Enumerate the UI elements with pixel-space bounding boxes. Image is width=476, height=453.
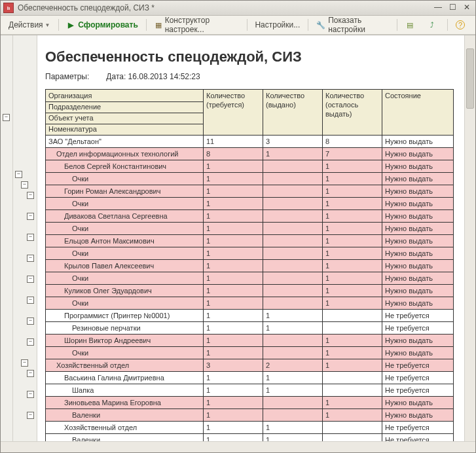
- row-name: Васькина Галина Дмитриевна: [46, 372, 204, 384]
- row-req: 1: [204, 322, 263, 335]
- row-req: 1: [204, 434, 263, 442]
- row-left: 1: [323, 223, 382, 235]
- minimize-button[interactable]: —: [432, 3, 444, 12]
- row-iss: [263, 210, 323, 223]
- row-left: [323, 372, 382, 384]
- collapse-toggle[interactable]: −: [27, 255, 34, 262]
- collapse-toggle[interactable]: −: [27, 317, 34, 325]
- row-left: 1: [323, 235, 382, 247]
- row-name: Дивакова Светлана Сергеевна: [46, 210, 204, 223]
- params-label: Параметры:: [45, 72, 104, 81]
- row-left: 1: [323, 198, 382, 210]
- layout-button[interactable]: ▤: [401, 18, 422, 31]
- collapse-toggle[interactable]: −: [3, 114, 10, 121]
- collapse-toggle[interactable]: −: [15, 171, 22, 178]
- collapse-toggle[interactable]: −: [27, 276, 34, 283]
- table-row: Хозяйственный отдел321Не требуется: [46, 359, 454, 372]
- settings-button[interactable]: Настройки...: [250, 18, 304, 31]
- vertical-scrollbar[interactable]: [464, 35, 475, 441]
- row-req: 1: [204, 223, 263, 235]
- row-req: 1: [204, 173, 263, 185]
- row-state: Не требуется: [382, 310, 454, 322]
- header-state: Состояние: [382, 90, 454, 136]
- row-req: 1: [204, 347, 263, 359]
- outline-gutter-2: − − − − − − − − − − − − − −: [13, 35, 37, 441]
- help-button[interactable]: ?: [451, 18, 472, 31]
- table-row: Хозяйственный отдел11Не требуется: [46, 422, 454, 434]
- collapse-toggle[interactable]: −: [27, 338, 34, 346]
- params-value: Дата: 16.08.2013 14:52:23: [106, 72, 200, 81]
- form-button[interactable]: ▶ Сформировать: [62, 18, 142, 31]
- row-state: Нужно выдать: [382, 136, 454, 148]
- toolbar-separator: [58, 19, 59, 31]
- collapse-toggle[interactable]: −: [27, 192, 34, 199]
- table-row: Программист (Принтер №0001)11Не требуетс…: [46, 310, 454, 322]
- collapse-toggle[interactable]: −: [21, 359, 28, 367]
- maximize-button[interactable]: ☐: [447, 3, 458, 12]
- header-qty-required: Количество (требуется): [204, 90, 263, 136]
- row-req: 1: [204, 310, 263, 322]
- row-state: Не требуется: [382, 384, 454, 397]
- row-name: Хозяйственный отдел: [46, 359, 204, 372]
- toolbar-separator: [447, 19, 448, 31]
- collapse-toggle[interactable]: −: [27, 370, 34, 377]
- row-state: Нужно выдать: [382, 347, 454, 359]
- export-button[interactable]: ⤴: [423, 18, 444, 31]
- table-row: Белов Сергей Константинович11Нужно выдат…: [46, 160, 454, 173]
- row-iss: 1: [263, 372, 323, 384]
- row-iss: 1: [263, 322, 323, 335]
- report-params: Параметры: Дата: 16.08.2013 14:52:23: [45, 72, 454, 81]
- row-name: Очки: [46, 173, 204, 185]
- constructor-button[interactable]: ▦ Конструктор настроек...: [150, 14, 244, 36]
- table-row: Очки11Нужно выдать: [46, 223, 454, 235]
- row-left: [323, 322, 382, 335]
- collapse-toggle[interactable]: −: [27, 213, 34, 220]
- row-name: Очки: [46, 223, 204, 235]
- horizontal-scrollbar[interactable]: [1, 441, 475, 452]
- row-state: Нужно выдать: [382, 235, 454, 247]
- table-row: Горин Роман Александрович11Нужно выдать: [46, 185, 454, 198]
- row-left: 1: [323, 347, 382, 359]
- collapse-toggle[interactable]: −: [27, 234, 34, 241]
- toolbar-separator: [308, 19, 308, 31]
- row-name: Валенки: [46, 434, 204, 442]
- collapse-toggle[interactable]: −: [27, 391, 34, 398]
- collapse-toggle[interactable]: −: [27, 412, 34, 419]
- report-content: Обеспеченность спецодеждой, СИЗ Параметр…: [37, 35, 464, 441]
- row-name: Валенки: [46, 409, 204, 422]
- close-button[interactable]: ✕: [461, 3, 473, 12]
- help-icon: ?: [456, 20, 465, 29]
- row-iss: 3: [263, 136, 323, 148]
- show-settings-button[interactable]: 🔧 Показать настройки: [312, 14, 394, 36]
- toolbar-separator: [146, 19, 147, 31]
- collapse-toggle[interactable]: −: [21, 181, 28, 189]
- row-name: Очки: [46, 272, 204, 285]
- table-row: Шорин Виктор Андреевич11Нужно выдать: [46, 335, 454, 347]
- collapse-toggle[interactable]: −: [27, 297, 34, 304]
- row-state: Нужно выдать: [382, 397, 454, 409]
- row-iss: [263, 297, 323, 310]
- scroll-thumb[interactable]: [466, 48, 474, 109]
- row-iss: [263, 173, 323, 185]
- outline-gutter-1: −: [1, 35, 13, 441]
- report-area: − − − − − − − − − − − − − − − Обеспеченн…: [1, 35, 475, 441]
- row-req: 1: [204, 285, 263, 297]
- row-state: Не требуется: [382, 322, 454, 335]
- row-iss: [263, 335, 323, 347]
- chevron-down-icon: ▼: [45, 22, 50, 28]
- row-left: 1: [323, 335, 382, 347]
- row-req: 1: [204, 247, 263, 260]
- actions-menu[interactable]: Действия ▼: [4, 18, 55, 31]
- row-req: 8: [204, 148, 263, 160]
- row-left: 1: [323, 260, 382, 272]
- row-iss: 1: [263, 384, 323, 397]
- row-left: 1: [323, 173, 382, 185]
- row-req: 1: [204, 210, 263, 223]
- row-left: 1: [323, 272, 382, 285]
- report-table: ОрганизацияПодразделениеОбъект учетаНоме…: [45, 89, 454, 441]
- row-iss: 1: [263, 148, 323, 160]
- row-req: 3: [204, 359, 263, 372]
- row-left: 7: [323, 148, 382, 160]
- table-row: Зиновьева Марина Егоровна11Нужно выдать: [46, 397, 454, 409]
- export-icon: ⤴: [428, 20, 437, 29]
